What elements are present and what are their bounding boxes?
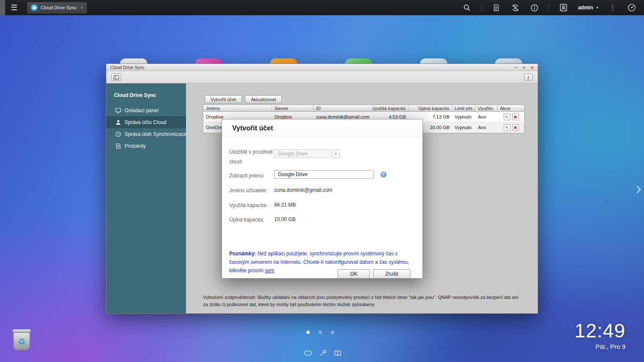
clock-time: 12:49 (575, 321, 625, 340)
recycle-bin-lid (13, 329, 31, 332)
sidebar-toggle-button[interactable] (111, 73, 121, 81)
tab-label: Cloud Drive Sync (41, 5, 77, 10)
sidebar-item-label: Správa účtu Cloud (125, 119, 167, 125)
note-label: Poznámky: (229, 251, 256, 257)
window-titlebar[interactable]: Cloud Drive Sync − + × (106, 64, 538, 71)
sidebar-item-label: Protokoly (125, 143, 146, 149)
table-header-row: Jméno Server ID Využitá kapacita Úplná k… (203, 105, 524, 112)
more-options-icon[interactable]: ⋮ (608, 3, 617, 12)
recycle-bin[interactable]: ♻ (12, 329, 31, 353)
cell-in-use: Ano (475, 114, 497, 119)
desktop-clock: 12:49 Pát., Pro 9 (575, 321, 625, 350)
help-icon[interactable]: ? (380, 171, 386, 177)
admin-menu[interactable]: admin ▾ (578, 5, 598, 11)
delete-account-icon[interactable]: ✖ (512, 113, 519, 120)
caret-down-glyph: ▾ (335, 152, 337, 156)
dashboard-icon[interactable] (627, 3, 636, 12)
recycle-icon: ♻ (18, 337, 25, 347)
storage-label: Úložiště v prostředí cloud: (229, 147, 277, 167)
search-icon[interactable] (462, 3, 472, 12)
account-actions: Vytvořit účet Aktualizovat (205, 95, 282, 103)
cancel-button[interactable]: Zrušit (373, 269, 411, 279)
sidebar-item-sprava-uctu-cloud[interactable]: Správa účtu Cloud (106, 116, 186, 128)
ok-button[interactable]: OK (338, 269, 370, 279)
close-icon[interactable]: × (530, 65, 534, 70)
desktop-wallpaper: Cloud Drive Sync − + × i Cloud Drive Syn… (0, 15, 644, 362)
manual-icon[interactable] (333, 349, 342, 357)
sidebar-item-label: Správa úloh Synchronizace (125, 131, 186, 137)
desktop-page-dots (306, 331, 334, 334)
dialog-title: Vytvořit účet (222, 119, 422, 137)
external-device-icon[interactable] (511, 3, 520, 12)
select-arrow-icon: ▾ (332, 150, 339, 158)
maximize-icon[interactable]: + (522, 65, 526, 70)
sidebar-item-protokoly[interactable]: Protokoly (106, 140, 186, 152)
minimize-icon[interactable]: − (514, 65, 517, 70)
total-capacity-label: Úplná kapacita: (229, 215, 277, 225)
cell-limit: Vypnuto (452, 125, 475, 130)
column-header-limit[interactable]: Limit pře... (452, 105, 475, 111)
column-header-jmeno[interactable]: Jméno (203, 105, 272, 111)
used-capacity-label: Využitá kapacita: (229, 201, 277, 210)
column-header-uplna-kapacita[interactable]: Úplná kapacita (408, 105, 452, 111)
sync-clock-icon (115, 131, 121, 137)
log-document-icon (115, 143, 121, 149)
main-menu-button[interactable]: ☰ (5, 0, 23, 15)
topbar-right-cluster: admin ▾ ⋮ (462, 3, 644, 12)
sidebar-header: Cloud Drive Sync (106, 83, 186, 105)
admin-label: admin (578, 5, 593, 11)
window-info-button[interactable]: i (524, 74, 533, 80)
background-tasks-icon[interactable] (491, 3, 501, 12)
recycle-bin-body: ♻ (14, 333, 30, 350)
hamburger-icon: ☰ (11, 3, 17, 12)
tab-close-icon[interactable]: × (80, 5, 83, 10)
monitor-icon (115, 108, 121, 113)
note-link[interactable]: sem (265, 268, 275, 274)
cloud-app-icon (31, 4, 38, 11)
notifications-info-icon[interactable] (530, 3, 539, 12)
edit-account-icon[interactable]: ✎ (504, 113, 511, 120)
help-glyph: ? (382, 172, 385, 177)
page-dot-3[interactable] (331, 331, 334, 334)
sidebar-item-sprava-uloh-synchronizace[interactable]: Správa úloh Synchronizace (106, 128, 186, 140)
cell-in-use: Ano (475, 125, 497, 130)
next-desktop-chevron-icon[interactable]: › (636, 180, 641, 197)
username-label: Jméno uživatele: (229, 186, 277, 196)
page-dot-2[interactable] (319, 331, 322, 334)
column-header-vyuzita-kapacita[interactable]: Využitá kapacita (373, 105, 408, 111)
top-bar: ☰ Cloud Drive Sync × (0, 0, 644, 15)
sidebar-item-ovladaci-panel[interactable]: Ovládací panel (106, 105, 186, 116)
cloud-storage-select[interactable]: Google Drive ▾ (274, 149, 340, 158)
display-name-input[interactable] (274, 170, 374, 179)
column-header-server[interactable]: Server (272, 105, 314, 111)
page-dot-1[interactable] (306, 331, 310, 334)
cell-actions: ✎ ✖ (497, 113, 525, 120)
myqnapcloud-icon[interactable] (304, 349, 312, 357)
cell-limit: Vypnuto (452, 114, 475, 119)
display-name-label: Zobrazit jméno: (229, 171, 277, 181)
user-profile-icon[interactable] (559, 3, 568, 12)
select-value: Google Drive (278, 151, 308, 157)
clock-date: Pát., Pro 9 (575, 343, 625, 350)
used-capacity-value: 66.21 MB (274, 202, 296, 208)
username-value: zuna.dominik@gmail.com (274, 187, 333, 193)
delete-account-icon[interactable]: ✖ (512, 124, 519, 131)
edit-account-icon[interactable]: ✎ (504, 124, 511, 131)
divider (481, 4, 482, 11)
desktop-dock (304, 349, 342, 357)
column-header-id[interactable]: ID (314, 105, 373, 111)
window-title: Cloud Drive Sync (110, 65, 144, 70)
create-account-button[interactable]: Vytvořit účet (205, 95, 242, 103)
tab-cloud-drive-sync[interactable]: Cloud Drive Sync × (27, 2, 87, 14)
refresh-button[interactable]: Aktualizovat (245, 95, 282, 103)
info-glyph: i (528, 75, 529, 80)
total-capacity-value: 15.00 GB (274, 216, 296, 222)
column-header-akce[interactable]: Akce (497, 105, 525, 111)
disclaimer-text: Vyloučení zodpovědnosti: Služby ukládání… (203, 294, 522, 308)
caret-down-icon: ▾ (596, 6, 598, 10)
user-icon (115, 119, 121, 125)
window-controls: − + × (514, 65, 534, 70)
column-header-vyuzito[interactable]: Využito (475, 105, 497, 111)
divider (549, 4, 549, 11)
utilities-icon[interactable] (319, 349, 327, 357)
